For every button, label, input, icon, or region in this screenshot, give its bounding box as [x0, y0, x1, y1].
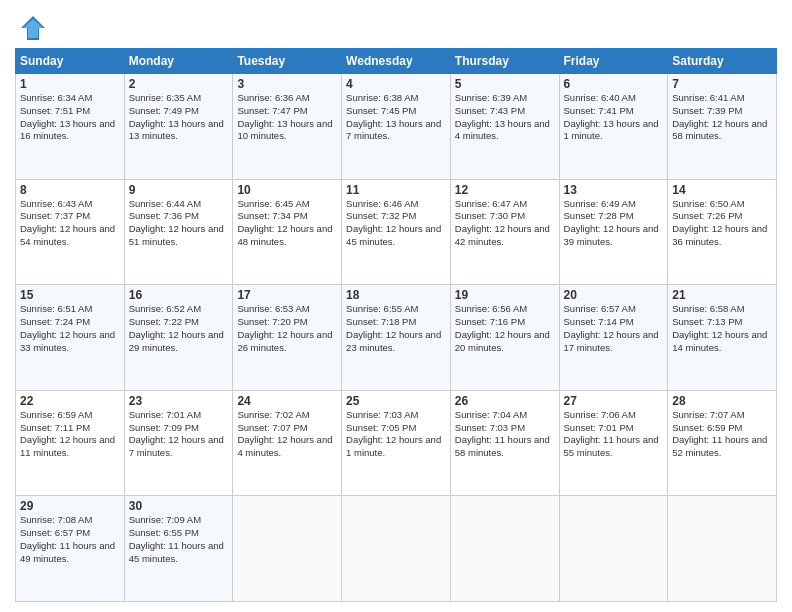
day-number: 29 [20, 499, 120, 513]
col-header-monday: Monday [124, 49, 233, 74]
day-cell: 22 Sunrise: 6:59 AM Sunset: 7:11 PM Dayl… [16, 390, 125, 496]
day-detail: Sunrise: 6:34 AM Sunset: 7:51 PM Dayligh… [20, 92, 120, 143]
day-cell: 16 Sunrise: 6:52 AM Sunset: 7:22 PM Dayl… [124, 285, 233, 391]
day-cell: 13 Sunrise: 6:49 AM Sunset: 7:28 PM Dayl… [559, 179, 668, 285]
week-row-2: 8 Sunrise: 6:43 AM Sunset: 7:37 PM Dayli… [16, 179, 777, 285]
day-cell: 2 Sunrise: 6:35 AM Sunset: 7:49 PM Dayli… [124, 74, 233, 180]
header [15, 10, 777, 42]
day-number: 8 [20, 183, 120, 197]
day-cell: 11 Sunrise: 6:46 AM Sunset: 7:32 PM Dayl… [342, 179, 451, 285]
day-number: 17 [237, 288, 337, 302]
day-cell [668, 496, 777, 602]
day-number: 30 [129, 499, 229, 513]
day-detail: Sunrise: 7:08 AM Sunset: 6:57 PM Dayligh… [20, 514, 120, 565]
day-cell: 5 Sunrise: 6:39 AM Sunset: 7:43 PM Dayli… [450, 74, 559, 180]
day-number: 25 [346, 394, 446, 408]
day-number: 19 [455, 288, 555, 302]
day-number: 24 [237, 394, 337, 408]
col-header-saturday: Saturday [668, 49, 777, 74]
day-detail: Sunrise: 6:45 AM Sunset: 7:34 PM Dayligh… [237, 198, 337, 249]
day-cell: 8 Sunrise: 6:43 AM Sunset: 7:37 PM Dayli… [16, 179, 125, 285]
week-row-4: 22 Sunrise: 6:59 AM Sunset: 7:11 PM Dayl… [16, 390, 777, 496]
day-detail: Sunrise: 6:44 AM Sunset: 7:36 PM Dayligh… [129, 198, 229, 249]
day-cell [233, 496, 342, 602]
day-detail: Sunrise: 6:47 AM Sunset: 7:30 PM Dayligh… [455, 198, 555, 249]
day-cell: 14 Sunrise: 6:50 AM Sunset: 7:26 PM Dayl… [668, 179, 777, 285]
day-detail: Sunrise: 6:38 AM Sunset: 7:45 PM Dayligh… [346, 92, 446, 143]
day-cell: 12 Sunrise: 6:47 AM Sunset: 7:30 PM Dayl… [450, 179, 559, 285]
day-detail: Sunrise: 6:36 AM Sunset: 7:47 PM Dayligh… [237, 92, 337, 143]
day-cell: 20 Sunrise: 6:57 AM Sunset: 7:14 PM Dayl… [559, 285, 668, 391]
day-detail: Sunrise: 6:49 AM Sunset: 7:28 PM Dayligh… [564, 198, 664, 249]
day-number: 7 [672, 77, 772, 91]
col-header-wednesday: Wednesday [342, 49, 451, 74]
day-detail: Sunrise: 6:52 AM Sunset: 7:22 PM Dayligh… [129, 303, 229, 354]
col-header-tuesday: Tuesday [233, 49, 342, 74]
day-number: 1 [20, 77, 120, 91]
day-cell: 1 Sunrise: 6:34 AM Sunset: 7:51 PM Dayli… [16, 74, 125, 180]
day-cell: 7 Sunrise: 6:41 AM Sunset: 7:39 PM Dayli… [668, 74, 777, 180]
day-detail: Sunrise: 6:35 AM Sunset: 7:49 PM Dayligh… [129, 92, 229, 143]
day-cell: 3 Sunrise: 6:36 AM Sunset: 7:47 PM Dayli… [233, 74, 342, 180]
day-detail: Sunrise: 6:59 AM Sunset: 7:11 PM Dayligh… [20, 409, 120, 460]
col-header-thursday: Thursday [450, 49, 559, 74]
day-cell [559, 496, 668, 602]
day-detail: Sunrise: 6:40 AM Sunset: 7:41 PM Dayligh… [564, 92, 664, 143]
day-cell: 21 Sunrise: 6:58 AM Sunset: 7:13 PM Dayl… [668, 285, 777, 391]
day-cell [450, 496, 559, 602]
day-detail: Sunrise: 6:55 AM Sunset: 7:18 PM Dayligh… [346, 303, 446, 354]
day-detail: Sunrise: 6:41 AM Sunset: 7:39 PM Dayligh… [672, 92, 772, 143]
day-cell: 6 Sunrise: 6:40 AM Sunset: 7:41 PM Dayli… [559, 74, 668, 180]
day-detail: Sunrise: 6:50 AM Sunset: 7:26 PM Dayligh… [672, 198, 772, 249]
page: SundayMondayTuesdayWednesdayThursdayFrid… [0, 0, 792, 612]
week-row-3: 15 Sunrise: 6:51 AM Sunset: 7:24 PM Dayl… [16, 285, 777, 391]
day-detail: Sunrise: 6:46 AM Sunset: 7:32 PM Dayligh… [346, 198, 446, 249]
logo [15, 14, 47, 42]
day-cell: 25 Sunrise: 7:03 AM Sunset: 7:05 PM Dayl… [342, 390, 451, 496]
day-detail: Sunrise: 6:53 AM Sunset: 7:20 PM Dayligh… [237, 303, 337, 354]
day-detail: Sunrise: 7:01 AM Sunset: 7:09 PM Dayligh… [129, 409, 229, 460]
day-number: 11 [346, 183, 446, 197]
day-cell: 15 Sunrise: 6:51 AM Sunset: 7:24 PM Dayl… [16, 285, 125, 391]
day-detail: Sunrise: 7:06 AM Sunset: 7:01 PM Dayligh… [564, 409, 664, 460]
svg-marker-1 [23, 19, 43, 38]
day-number: 6 [564, 77, 664, 91]
day-number: 16 [129, 288, 229, 302]
day-number: 13 [564, 183, 664, 197]
day-detail: Sunrise: 7:09 AM Sunset: 6:55 PM Dayligh… [129, 514, 229, 565]
day-cell: 19 Sunrise: 6:56 AM Sunset: 7:16 PM Dayl… [450, 285, 559, 391]
day-detail: Sunrise: 6:58 AM Sunset: 7:13 PM Dayligh… [672, 303, 772, 354]
day-detail: Sunrise: 6:51 AM Sunset: 7:24 PM Dayligh… [20, 303, 120, 354]
week-row-5: 29 Sunrise: 7:08 AM Sunset: 6:57 PM Dayl… [16, 496, 777, 602]
day-detail: Sunrise: 6:57 AM Sunset: 7:14 PM Dayligh… [564, 303, 664, 354]
day-number: 28 [672, 394, 772, 408]
day-cell: 18 Sunrise: 6:55 AM Sunset: 7:18 PM Dayl… [342, 285, 451, 391]
day-detail: Sunrise: 6:43 AM Sunset: 7:37 PM Dayligh… [20, 198, 120, 249]
day-cell [342, 496, 451, 602]
calendar: SundayMondayTuesdayWednesdayThursdayFrid… [15, 48, 777, 602]
day-number: 26 [455, 394, 555, 408]
day-number: 21 [672, 288, 772, 302]
day-cell: 29 Sunrise: 7:08 AM Sunset: 6:57 PM Dayl… [16, 496, 125, 602]
day-number: 23 [129, 394, 229, 408]
day-number: 22 [20, 394, 120, 408]
day-cell: 23 Sunrise: 7:01 AM Sunset: 7:09 PM Dayl… [124, 390, 233, 496]
logo-icon [19, 14, 47, 42]
day-number: 20 [564, 288, 664, 302]
calendar-header-row: SundayMondayTuesdayWednesdayThursdayFrid… [16, 49, 777, 74]
day-number: 27 [564, 394, 664, 408]
day-number: 14 [672, 183, 772, 197]
col-header-friday: Friday [559, 49, 668, 74]
day-number: 4 [346, 77, 446, 91]
week-row-1: 1 Sunrise: 6:34 AM Sunset: 7:51 PM Dayli… [16, 74, 777, 180]
day-detail: Sunrise: 7:04 AM Sunset: 7:03 PM Dayligh… [455, 409, 555, 460]
day-cell: 10 Sunrise: 6:45 AM Sunset: 7:34 PM Dayl… [233, 179, 342, 285]
day-number: 3 [237, 77, 337, 91]
day-number: 15 [20, 288, 120, 302]
day-number: 12 [455, 183, 555, 197]
day-cell: 28 Sunrise: 7:07 AM Sunset: 6:59 PM Dayl… [668, 390, 777, 496]
day-cell: 17 Sunrise: 6:53 AM Sunset: 7:20 PM Dayl… [233, 285, 342, 391]
col-header-sunday: Sunday [16, 49, 125, 74]
day-number: 10 [237, 183, 337, 197]
day-cell: 27 Sunrise: 7:06 AM Sunset: 7:01 PM Dayl… [559, 390, 668, 496]
